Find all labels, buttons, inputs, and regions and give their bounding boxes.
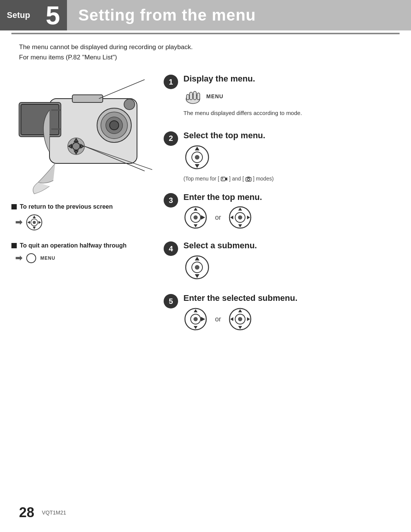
svg-rect-2 [21,104,59,135]
step-4-number: 4 [164,241,178,256]
svg-point-70 [238,317,242,321]
step4-dial-icon [183,254,211,281]
step-3-title: Enter the top menu. [183,192,400,202]
svg-marker-37 [195,164,199,168]
svg-marker-23 [33,216,36,218]
bullet-square2 [11,243,17,248]
intro-line1: The menu cannot be displayed during reco… [19,42,392,52]
step-2-title: Select the top menu. [183,131,400,141]
step-5-icons: or [183,307,400,332]
menu-text-label: MENU [206,93,223,99]
step-4-dial [183,254,400,283]
svg-point-10 [124,99,135,110]
svg-point-8 [110,121,119,130]
svg-point-52 [238,216,242,220]
svg-marker-55 [230,216,233,219]
camera-illustration [11,74,152,196]
quit-section: To quit an operation halfway through ➡ M… [11,238,156,264]
svg-point-59 [195,265,199,270]
bullet-square [11,204,17,209]
svg-marker-61 [195,274,199,278]
step5-dial-press-icon [228,307,253,332]
step-4: 4 Select a submenu. [164,241,400,283]
svg-marker-54 [238,224,242,227]
model-number: VQT1M21 [42,510,66,516]
step5-dial-right-icon [183,307,208,332]
left-column: To return to the previous screen ➡ [11,74,156,342]
svg-marker-65 [201,317,205,321]
dial-updown-icon [183,144,211,171]
top-menu-note: (Top menu for [ ] and [ [183,176,400,182]
dial-right-icon [183,205,208,230]
svg-marker-48 [194,208,198,211]
svg-marker-71 [238,309,242,312]
svg-point-40 [222,178,223,179]
step-5-or: or [215,315,221,323]
step-2-dial [183,144,400,173]
svg-rect-29 [190,92,193,100]
step-3: 3 Enter the top menu. [164,192,400,230]
step-3-icons: or [183,205,400,230]
step-3-content: Enter the top menu. or [183,192,400,230]
page-footer: 28 VQT1M21 [19,505,392,521]
step-5-title: Enter the selected submenu. [183,293,400,303]
svg-marker-60 [195,257,199,260]
intro-line2: For menu items (P.82 "Menu List") [19,52,392,62]
step-4-title: Select a submenu. [183,241,400,251]
svg-marker-24 [33,227,36,229]
step-5-content: Enter the selected submenu. or [183,293,400,332]
svg-point-27 [27,254,36,263]
svg-marker-25 [27,221,30,224]
step-2: 2 Select the top menu. [164,131,400,182]
svg-line-19 [99,80,145,99]
right-column: 1 Display the menu. MENU [156,74,400,342]
svg-marker-72 [238,326,242,329]
step-5-number: 5 [164,294,178,308]
svg-marker-26 [38,221,41,224]
dial-press-icon [228,205,253,230]
step-3-or: or [215,214,221,222]
step-1: 1 Display the menu. MENU [164,74,400,120]
return-icons: ➡ [11,214,156,231]
intro-text: The menu cannot be displayed during reco… [0,42,411,74]
return-arrow: ➡ [15,217,22,227]
menu-label: MENU [40,256,55,261]
menu-hand-icon [183,87,202,106]
svg-marker-73 [230,317,233,321]
svg-marker-67 [194,326,198,329]
step-3-number: 3 [164,193,178,208]
return-heading: To return to the previous screen [11,203,156,210]
photo-mode-icon [245,176,252,182]
svg-marker-53 [238,208,242,211]
main-content: To return to the previous screen ➡ [0,74,411,342]
svg-marker-36 [195,147,199,150]
menu-circle-icon [26,253,37,264]
chapter-number: 5 [42,0,67,30]
camera-svg [11,74,152,196]
svg-marker-56 [247,216,250,219]
page-title: Setting from the menu [67,0,411,30]
small-dial-icon [26,214,43,231]
svg-rect-9 [72,95,103,102]
svg-rect-31 [197,93,200,100]
svg-marker-49 [194,224,198,227]
quit-arrow: ➡ [15,253,22,263]
step-1-title: Display the menu. [183,74,400,84]
step-4-content: Select a submenu. [183,241,400,283]
quit-heading: To quit an operation halfway through [11,242,156,249]
svg-point-64 [194,317,198,321]
step-2-content: Select the top menu. (Top menu f [183,131,400,182]
step-1-content: Display the menu. MENU The menu displaye… [183,74,400,120]
svg-rect-32 [186,94,189,100]
svg-point-43 [247,178,250,181]
svg-point-46 [194,216,198,220]
page-header: Setup 5 Setting from the menu [0,0,411,30]
svg-point-35 [195,155,199,160]
svg-rect-30 [193,91,196,100]
quit-icons: ➡ MENU [11,253,156,264]
svg-marker-66 [194,309,198,312]
step-5: 5 Enter the selected submenu. [164,293,400,332]
page-number: 28 [19,505,34,521]
step-2-number: 2 [164,131,178,146]
svg-point-12 [72,142,80,150]
